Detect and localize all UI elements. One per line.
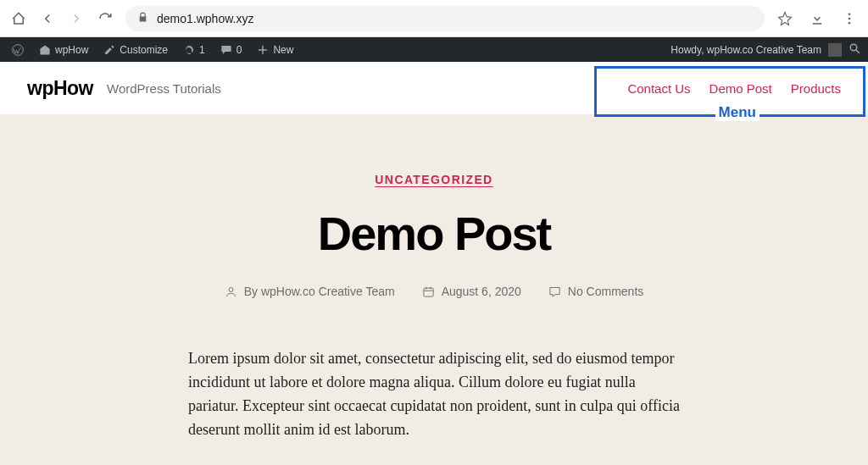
- lock-icon: [137, 12, 148, 25]
- wp-new-label: New: [273, 44, 293, 56]
- back-icon[interactable]: [39, 10, 56, 27]
- forward-icon[interactable]: [68, 10, 85, 27]
- post-body: Lorem ipsum dolor sit amet, consectetur …: [188, 347, 680, 442]
- wp-customize-label: Customize: [120, 44, 168, 56]
- wp-admin-bar: wpHow Customize 1 0 New Howdy, wpHow.co …: [0, 37, 868, 62]
- post-content: UNCATEGORIZED Demo Post By wpHow.co Crea…: [0, 114, 868, 465]
- url-bar[interactable]: demo1.wphow.xyz: [125, 6, 765, 31]
- url-text: demo1.wphow.xyz: [157, 12, 253, 25]
- site-header: wpHow WordPress Tutorials Contact Us Dem…: [0, 62, 868, 114]
- site-tagline: WordPress Tutorials: [107, 81, 221, 96]
- reload-icon[interactable]: [97, 10, 114, 27]
- wp-search-icon[interactable]: [849, 42, 861, 58]
- meta-comments[interactable]: No Comments: [548, 285, 643, 298]
- download-icon[interactable]: [809, 10, 826, 27]
- meta-author: By wpHow.co Creative Team: [225, 285, 395, 298]
- post-date: August 6, 2020: [442, 285, 521, 298]
- calendar-icon: [422, 285, 435, 298]
- wp-site-link[interactable]: wpHow: [34, 44, 93, 56]
- star-icon[interactable]: [776, 10, 793, 27]
- home-icon[interactable]: [10, 10, 27, 27]
- post-meta: By wpHow.co Creative Team August 6, 2020…: [0, 285, 868, 298]
- menu-annotation-label: Menu: [715, 104, 760, 121]
- svg-point-5: [229, 287, 233, 291]
- comment-icon: [548, 285, 561, 298]
- wp-comments-link[interactable]: 0: [215, 44, 248, 56]
- wp-site-name: wpHow: [55, 44, 88, 56]
- wp-customize-link[interactable]: Customize: [98, 44, 173, 56]
- svg-point-4: [850, 44, 857, 51]
- wp-logo-icon[interactable]: [7, 44, 29, 56]
- site-title[interactable]: wpHow: [27, 77, 93, 100]
- wp-new-link[interactable]: New: [252, 44, 298, 56]
- wp-comments-count: 0: [236, 44, 242, 56]
- comments-count: No Comments: [568, 285, 643, 298]
- author-name: wpHow.co Creative Team: [261, 285, 395, 298]
- browser-toolbar: demo1.wphow.xyz: [0, 0, 868, 37]
- post-category[interactable]: UNCATEGORIZED: [375, 173, 492, 186]
- svg-point-0: [849, 13, 851, 15]
- post-title: Demo Post: [0, 206, 868, 261]
- svg-point-2: [849, 21, 851, 24]
- menu-dots-icon[interactable]: [841, 10, 858, 27]
- svg-rect-6: [424, 288, 433, 296]
- svg-point-1: [849, 17, 851, 19]
- avatar[interactable]: [828, 43, 842, 57]
- wp-updates-link[interactable]: 1: [178, 44, 210, 56]
- meta-date: August 6, 2020: [422, 285, 521, 298]
- wp-howdy-text[interactable]: Howdy, wpHow.co Creative Team: [670, 44, 821, 56]
- wp-updates-count: 1: [199, 44, 205, 56]
- user-icon: [225, 285, 237, 298]
